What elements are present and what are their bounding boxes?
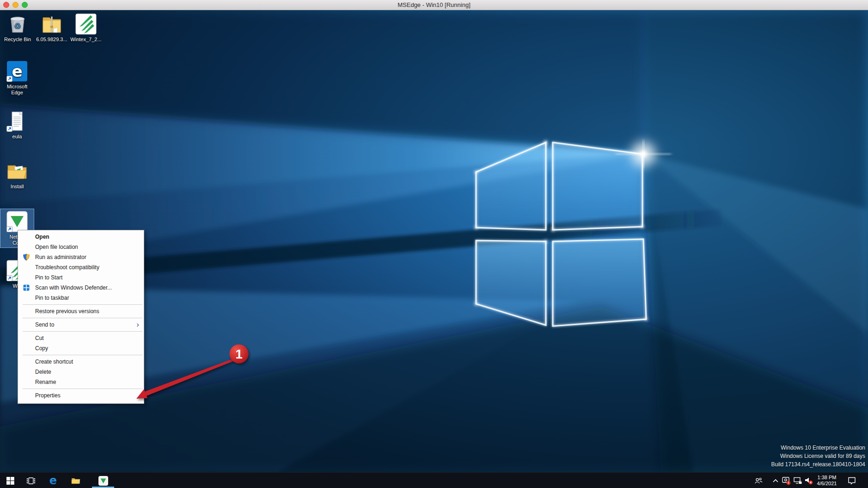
icon-label: 6.05.9829.3...	[35, 37, 68, 43]
clock-time: 1:38 PM	[813, 475, 841, 481]
desktop-icon-recycle-bin[interactable]: ♻ Recycle Bin	[1, 13, 34, 43]
fullscreen-button[interactable]	[22, 2, 28, 8]
desktop-icon-eula[interactable]: eula	[0, 110, 34, 140]
menu-item-troubleshoot-compatibility[interactable]: Troubleshoot compatibility	[18, 262, 144, 272]
desktop-icon-wintex-setup[interactable]: Wintex_7_2...	[69, 13, 103, 43]
desktop-icon-zip-package[interactable]: 6.05.9829.3...	[35, 13, 68, 43]
menu-item-delete[interactable]: Delete	[18, 367, 144, 377]
file-explorer-icon	[70, 475, 81, 486]
menu-separator	[23, 304, 142, 305]
net2-icon	[98, 475, 109, 487]
taskbar-edge-button[interactable]: e	[43, 473, 63, 488]
edge-icon: e	[47, 475, 59, 487]
menu-item-scan-with-windows-defender[interactable]: Scan with Windows Defender...	[18, 283, 144, 293]
start-button[interactable]	[0, 473, 20, 488]
icon-label: Wintex_7_2...	[69, 37, 103, 43]
watermark-line-1: Windows 10 Enterprise Evaluation	[771, 444, 866, 452]
taskbar-file-explorer-button[interactable]	[66, 473, 86, 488]
defender-tray-button[interactable]: !	[780, 473, 792, 488]
vm-titlebar: MSEdge - Win10 [Running]	[0, 0, 868, 10]
ethernet-network-icon	[793, 476, 803, 486]
shortcut-arrow-icon	[6, 226, 12, 232]
tray-overflow-button[interactable]	[770, 473, 781, 488]
people-tray-button[interactable]	[752, 473, 764, 488]
svg-text:e: e	[12, 62, 22, 80]
menu-item-properties[interactable]: Properties	[18, 390, 144, 401]
taskbar-clock[interactable]: 1:38 PM 4/6/2021	[813, 475, 841, 487]
menu-separator	[23, 331, 142, 332]
action-center-button[interactable]	[845, 473, 859, 488]
icon-label: Recycle Bin	[1, 37, 34, 43]
windows-evaluation-watermark: Windows 10 Enterprise Evaluation Windows…	[771, 444, 866, 469]
svg-text:e: e	[49, 475, 57, 487]
menu-item-copy[interactable]: Copy	[18, 343, 144, 353]
icon-label: Microsoft Edge	[0, 84, 34, 96]
network-tray-button[interactable]	[792, 473, 804, 488]
menu-item-create-shortcut[interactable]: Create shortcut	[18, 357, 144, 367]
recycle-bin-icon: ♻	[6, 13, 29, 35]
shortcut-arrow-icon	[6, 76, 12, 82]
menu-separator	[23, 355, 142, 355]
people-icon	[754, 476, 763, 485]
watermark-line-3: Build 17134.rs4_release.180410-1804	[771, 460, 866, 469]
task-view-icon	[25, 475, 37, 486]
taskbar-net2-button[interactable]	[92, 473, 114, 488]
menu-separator	[23, 389, 142, 389]
menu-separator	[23, 318, 142, 318]
desktop-icon-install-folder[interactable]: Install	[0, 160, 34, 190]
vm-window: MSEdge - Win10 [Running]	[0, 0, 868, 488]
folder-icon	[6, 160, 28, 182]
menu-item-pin-to-start[interactable]: Pin to Start	[18, 272, 144, 283]
security-alert-icon: !	[781, 476, 791, 486]
submenu-chevron-icon: ›	[136, 320, 139, 330]
vm-title: MSEdge - Win10 [Running]	[397, 1, 471, 8]
clock-date: 4/6/2021	[813, 481, 841, 487]
icon-label: eula	[0, 134, 34, 140]
wintex-icon	[75, 13, 97, 35]
windows-defender-icon	[23, 284, 30, 291]
icon-label: Install	[0, 184, 34, 190]
action-center-icon	[847, 476, 857, 486]
menu-item-cut[interactable]: Cut	[18, 333, 144, 343]
desktop-icon-microsoft-edge[interactable]: e Microsoft Edge	[0, 60, 34, 96]
shortcut-arrow-icon	[6, 275, 12, 281]
close-button[interactable]	[3, 2, 9, 8]
menu-item-pin-to-taskbar[interactable]: Pin to taskbar	[18, 293, 144, 303]
task-view-button[interactable]	[21, 473, 41, 488]
svg-text:♻: ♻	[14, 21, 21, 31]
chevron-up-icon	[771, 476, 780, 485]
watermark-line-2: Windows License valid for 89 days	[771, 452, 866, 460]
menu-item-rename[interactable]: Rename	[18, 377, 144, 387]
taskbar: e	[0, 472, 868, 488]
svg-text:!: !	[788, 481, 789, 485]
menu-item-open[interactable]: Open	[18, 232, 144, 242]
windows-logo-icon	[6, 477, 14, 485]
minimize-button[interactable]	[12, 2, 18, 8]
menu-item-send-to[interactable]: Send to ›	[18, 320, 144, 330]
zip-folder-icon	[41, 13, 63, 35]
context-menu: Open Open file location Run as administr…	[18, 230, 144, 404]
menu-item-run-as-administrator[interactable]: Run as administrator	[18, 252, 144, 262]
shortcut-arrow-icon	[6, 126, 12, 132]
menu-item-open-file-location[interactable]: Open file location	[18, 242, 144, 252]
uac-shield-icon	[23, 253, 30, 261]
menu-item-restore-previous-versions[interactable]: Restore previous versions	[18, 306, 144, 316]
